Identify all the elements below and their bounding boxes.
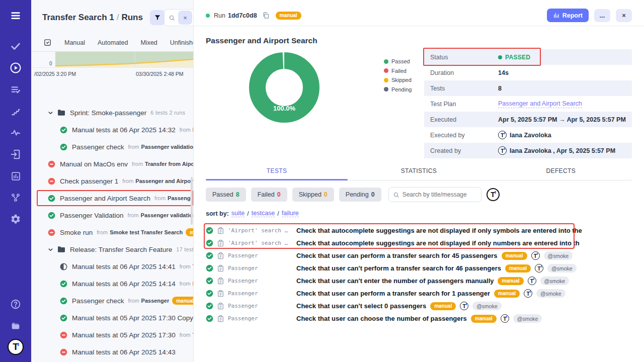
tree-run-row[interactable]: Manual tests at 06 Apr 2025 14:32fromPas… — [31, 121, 193, 138]
filter-label: Skipped — [299, 191, 321, 198]
select-runs-icon[interactable] — [43, 38, 52, 47]
filter-pending-button[interactable]: Pending0 — [339, 188, 381, 202]
close-run-button[interactable]: × — [616, 9, 632, 22]
tree-run-row[interactable]: Passenger and Airport SearchfromPassenge… — [31, 190, 193, 207]
manual-badge: manual — [498, 277, 523, 285]
chevron-down-icon[interactable] — [48, 247, 53, 252]
filter-button[interactable] — [150, 10, 165, 25]
test-row[interactable]: PassengerCheck that user can perform a t… — [206, 249, 632, 262]
run-type-tab-manual[interactable]: Manual — [64, 39, 85, 46]
projects-icon[interactable] — [7, 317, 24, 334]
sort-by-suite-link[interactable]: suite — [231, 210, 245, 217]
tree-run-row[interactable]: Manual tests at 05 Apr 2025 17:30fromTra… — [31, 326, 193, 343]
run-type-tab-mixed[interactable]: Mixed — [140, 39, 157, 46]
filter-count: 0 — [371, 191, 375, 198]
detail-value-text: Apr 5, 2025 5:57 PM → Apr 5, 2025 5:57 P… — [498, 116, 626, 123]
assignee-avatar: T — [535, 264, 543, 273]
tests-search-box[interactable] — [388, 187, 481, 202]
filter-count: 8 — [236, 191, 239, 198]
legend-dot — [384, 78, 388, 82]
tab-defects[interactable]: DEFECTS — [490, 167, 632, 180]
filter-skipped-button[interactable]: Skipped0 — [292, 188, 334, 202]
tree-run-row[interactable]: Manual tests at 05 Apr 2025 17:30 Copyfr… — [31, 309, 193, 326]
runs-search-box[interactable]: × — [164, 9, 194, 26]
tab-statistics[interactable]: STATISTICS — [348, 167, 490, 180]
tests-search-input[interactable] — [403, 191, 473, 198]
smoke-tag: @smoke — [547, 264, 577, 273]
chevron-down-icon[interactable] — [48, 110, 53, 116]
sort-by-testcase-link[interactable]: testcase — [252, 210, 275, 217]
menu-icon[interactable] — [7, 7, 24, 24]
test-row[interactable]: PassengerCheck that user can't enter the… — [206, 275, 632, 287]
tree-run-row[interactable]: Smoke runfromSmoke test Transfer Searchm… — [31, 224, 193, 241]
manual-badge: manual — [430, 302, 456, 310]
test-suite-name: Passenger — [228, 252, 292, 259]
checklist-icon[interactable] — [7, 81, 24, 98]
tree-run-row[interactable]: Manual tests at 06 Apr 2025 14:43 — [31, 343, 193, 360]
passed-status-icon — [48, 195, 55, 202]
check-icon[interactable] — [7, 38, 24, 55]
detail-row-executed: ExecutedApr 5, 2025 5:57 PM → Apr 5, 202… — [424, 112, 632, 127]
run-type-tab-automated[interactable]: Automated — [98, 39, 128, 46]
tree-from-value: Tran — [193, 263, 193, 269]
tree-run-row[interactable]: Passenger checkfromPassengermanual6 — [31, 292, 193, 309]
test-suite-name: Passenger — [228, 303, 292, 309]
passed-status-icon — [60, 297, 67, 305]
manual-badge: manual — [471, 315, 497, 323]
scrollbar[interactable] — [191, 177, 193, 225]
failed-status-icon — [60, 331, 67, 339]
test-row[interactable]: PassengerCheck that user can choose the … — [206, 312, 632, 325]
manual-badge: manual — [186, 228, 193, 236]
testomat-logo[interactable]: T — [8, 339, 24, 355]
sort-by-failure-link[interactable]: failure — [282, 210, 299, 217]
tree-run-row[interactable]: Manual on MacOs envfromTransfer from Aip… — [31, 155, 193, 172]
report-button[interactable]: Report — [547, 9, 589, 22]
tree-run-row[interactable]: Check passenger 1fromPassenger and Airpo… — [31, 172, 193, 190]
activity-icon[interactable] — [7, 124, 24, 141]
steps-icon[interactable] — [7, 103, 24, 120]
filter-label: Pending — [346, 191, 369, 198]
test-row[interactable]: PassengerCheck that user can perform a t… — [206, 287, 632, 300]
legend-dot — [384, 59, 388, 64]
tree-from-label: from — [180, 263, 191, 269]
help-icon[interactable] — [7, 296, 24, 313]
bar-chart-icon[interactable] — [7, 167, 24, 185]
detail-value: Apr 5, 2025 5:57 PM → Apr 5, 2025 5:57 P… — [498, 116, 626, 123]
user-avatar: T — [498, 131, 507, 139]
assignee-avatar: T — [460, 302, 468, 310]
copy-run-id-button[interactable] — [262, 12, 270, 19]
detail-value-text: Iana Zavoloka , Apr 5, 2025 5:57 PM — [510, 147, 615, 154]
tree-run-row[interactable]: Manual tests at 06 Apr 2025 14:14fromPas… — [31, 275, 193, 292]
sign-in-icon[interactable] — [7, 146, 24, 163]
tree-folder-row[interactable]: Sprint: Smoke-passenger6 tests 2 runs — [31, 104, 193, 121]
testomat-filter-button[interactable]: T — [487, 188, 500, 201]
detail-value[interactable]: Passenger and Airport Search — [498, 100, 582, 108]
test-row[interactable]: PassengerCheck that user can't select 0 … — [206, 300, 632, 312]
settings-icon[interactable] — [7, 211, 24, 228]
tree-run-row[interactable]: Passenger checkfromPassenger validationm… — [31, 138, 193, 155]
test-row[interactable]: 'Airport' search …Check that autocomplet… — [206, 224, 632, 237]
smoke-tag: @smoke — [472, 302, 502, 310]
clear-search-button[interactable]: × — [178, 11, 192, 25]
tree-folder-label: Sprint: Smoke-passenger — [70, 109, 146, 117]
run-detail-tabs: TESTSSTATISTICSDEFECTS — [206, 167, 632, 180]
filter-failed-button[interactable]: Failed0 — [251, 188, 287, 202]
tree-folder-row[interactable]: Release: Transfer Search Feature17 tests… — [31, 241, 193, 258]
filter-passed-button[interactable]: Passed8 — [206, 188, 246, 202]
test-row[interactable]: 'Airport' search …Check that autocomplet… — [206, 237, 632, 249]
run-type-tab-unfinished[interactable]: Unfinished — [170, 39, 194, 46]
test-row[interactable]: PassengerCheck that user can't perform a… — [206, 262, 632, 275]
tab-tests[interactable]: TESTS — [206, 167, 348, 180]
tree-run-row[interactable]: Passenger ValidationfromPassenger valida… — [31, 207, 193, 224]
assignee-avatar: T — [531, 251, 540, 260]
filter-count: 0 — [277, 191, 281, 198]
clipboard-icon — [217, 290, 224, 297]
results-donut-chart: 100.0% — [249, 52, 319, 158]
branch-icon[interactable] — [7, 189, 24, 206]
more-actions-button[interactable]: ... — [594, 9, 610, 22]
play-circle-icon[interactable] — [7, 59, 24, 76]
breadcrumb-project[interactable]: Transfer Search 1 — [42, 13, 114, 22]
detail-value: 14s — [498, 69, 509, 76]
tree-run-row[interactable]: Manual tests at 06 Apr 2025 14:41fromTra… — [31, 258, 193, 275]
passed-status-icon — [60, 280, 67, 288]
